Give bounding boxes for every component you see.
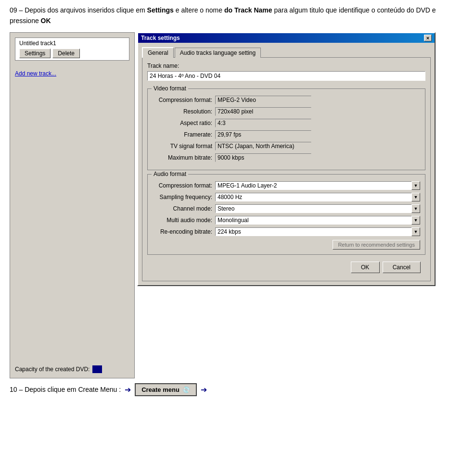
audio-multi-select[interactable]: Monolingual Multilingual xyxy=(215,216,420,225)
tab-content: Track name: Video format Compression for… xyxy=(142,57,431,281)
track-name-field-label: Track name: xyxy=(147,63,425,69)
audio-reencoding-wrapper: 224 kbps 192 kbps 128 kbps ▼ xyxy=(215,227,420,236)
audio-format-group: Audio format Compression format: MPEG-1 … xyxy=(147,174,425,255)
track-name-label: Untitled track1 xyxy=(19,40,125,47)
audio-compression-select[interactable]: MPEG-1 Audio Layer-2 MPEG-2 Audio AC3 xyxy=(215,181,420,190)
instruction-top: 09 – Depois dos arquivos inseridos cliqu… xyxy=(10,5,452,26)
audio-compression-wrapper: MPEG-1 Audio Layer-2 MPEG-2 Audio AC3 ▼ xyxy=(215,181,420,190)
audio-sampling-label: Sampling frequency: xyxy=(153,194,215,200)
audio-reencoding-select[interactable]: 224 kbps 192 kbps 128 kbps xyxy=(215,227,420,236)
audio-channel-row: Channel mode: Stereo Joint Stereo Mono ▼ xyxy=(153,204,420,213)
video-bitrate-value: 9000 kbps xyxy=(215,153,311,162)
video-format-group: Video format Compression format: MPEG-2 … xyxy=(147,88,425,170)
left-panel: Untitled track1 Settings Delete Add new … xyxy=(10,32,135,378)
video-framerate-row: Framerate: 29,97 fps xyxy=(153,130,420,139)
audio-channel-wrapper: Stereo Joint Stereo Mono ▼ xyxy=(215,204,420,213)
return-recommended-button[interactable]: Return to recommended settings xyxy=(333,240,420,250)
instruction-bold-2: do Track Name xyxy=(224,6,272,14)
instruction-bold-1: Settings xyxy=(147,6,174,14)
track-buttons: Settings Delete xyxy=(19,49,125,58)
video-tv-signal-value: NTSC (Japan, North America) xyxy=(215,142,311,150)
cancel-button[interactable]: Cancel xyxy=(383,262,421,273)
audio-reencoding-row: Re-encoding bitrate: 224 kbps 192 kbps 1… xyxy=(153,227,420,236)
audio-sampling-row: Sampling frequency: 48000 Hz 44100 Hz 32… xyxy=(153,193,420,201)
dialog-window: Track settings × General Audio tracks la… xyxy=(137,32,436,286)
dialog-footer: OK Cancel xyxy=(147,259,425,276)
video-format-title: Video format xyxy=(152,85,188,92)
create-menu-label: Create menu xyxy=(141,386,180,393)
video-framerate-label: Framerate: xyxy=(153,131,215,138)
video-compression-value: MPEG-2 Video xyxy=(215,96,311,104)
ok-button[interactable]: OK xyxy=(351,262,380,273)
video-compression-row: Compression format: MPEG-2 Video xyxy=(153,96,420,104)
capacity-row: Capacity of the created DVD: xyxy=(15,365,102,373)
arrow-right-icon-2: ➔ xyxy=(201,385,207,394)
video-tv-signal-row: TV signal format NTSC (Japan, North Amer… xyxy=(153,142,420,150)
disc-icon: 💿 xyxy=(182,386,190,393)
add-track-link[interactable]: Add new track... xyxy=(15,70,129,77)
bottom-instruction: 10 – Depois clique em Create Menu : ➔ Cr… xyxy=(10,383,452,396)
close-button[interactable]: × xyxy=(424,35,432,41)
audio-channel-select[interactable]: Stereo Joint Stereo Mono xyxy=(215,204,420,213)
video-tv-signal-label: TV signal format xyxy=(153,143,215,150)
instruction-text-1: 09 – Depois dos arquivos inseridos cliqu… xyxy=(10,6,147,14)
video-resolution-label: Resolution: xyxy=(153,108,215,115)
dialog-titlebar: Track settings × xyxy=(138,33,435,43)
instruction-bottom: 10 – Depois clique em Create Menu : xyxy=(10,386,121,393)
track-name-input[interactable] xyxy=(147,71,425,81)
main-area: Untitled track1 Settings Delete Add new … xyxy=(10,32,452,378)
audio-sampling-select[interactable]: 48000 Hz 44100 Hz 32000 Hz xyxy=(215,193,420,201)
track-item: Untitled track1 Settings Delete xyxy=(15,38,129,61)
capacity-bar xyxy=(92,365,102,373)
audio-compression-label: Compression format: xyxy=(153,182,215,189)
dialog-title: Track settings xyxy=(141,35,180,41)
audio-multi-wrapper: Monolingual Multilingual ▼ xyxy=(215,216,420,225)
tab-audio-label: Audio tracks language setting xyxy=(180,50,256,56)
audio-channel-label: Channel mode: xyxy=(153,205,215,212)
tab-general-label: General xyxy=(148,50,168,56)
video-framerate-value: 29,97 fps xyxy=(215,130,311,139)
create-menu-button[interactable]: Create menu 💿 xyxy=(135,383,197,396)
video-bitrate-label: Maximum bitrate: xyxy=(153,154,215,161)
audio-multi-row: Multi audio mode: Monolingual Multilingu… xyxy=(153,216,420,225)
audio-sampling-wrapper: 48000 Hz 44100 Hz 32000 Hz ▼ xyxy=(215,193,420,201)
video-compression-label: Compression format: xyxy=(153,97,215,103)
tabs-row: General Audio tracks language setting xyxy=(142,47,431,57)
tab-general[interactable]: General xyxy=(142,47,174,58)
video-bitrate-row: Maximum bitrate: 9000 kbps xyxy=(153,153,420,162)
instruction-text-2: e altere o nome xyxy=(174,6,224,14)
audio-format-content: Compression format: MPEG-1 Audio Layer-2… xyxy=(153,181,420,250)
arrow-right-icon: ➔ xyxy=(125,385,131,394)
settings-button[interactable]: Settings xyxy=(19,49,51,58)
audio-reencoding-label: Re-encoding bitrate: xyxy=(153,228,215,235)
video-aspect-value: 4:3 xyxy=(215,119,311,127)
instruction-bold-3: OK xyxy=(41,17,51,25)
video-aspect-row: Aspect ratio: 4:3 xyxy=(153,119,420,127)
delete-button[interactable]: Delete xyxy=(52,49,80,58)
audio-multi-label: Multi audio mode: xyxy=(153,217,215,224)
audio-compression-row: Compression format: MPEG-1 Audio Layer-2… xyxy=(153,181,420,190)
dialog-body: General Audio tracks language setting Tr… xyxy=(138,43,435,285)
video-resolution-value: 720x480 pixel xyxy=(215,107,311,116)
video-aspect-label: Aspect ratio: xyxy=(153,120,215,126)
audio-format-title: Audio format xyxy=(152,171,188,177)
tab-audio-language[interactable]: Audio tracks language setting xyxy=(175,48,261,58)
video-resolution-row: Resolution: 720x480 pixel xyxy=(153,107,420,116)
video-format-content: Compression format: MPEG-2 Video Resolut… xyxy=(153,96,420,162)
capacity-label: Capacity of the created DVD: xyxy=(15,366,90,373)
